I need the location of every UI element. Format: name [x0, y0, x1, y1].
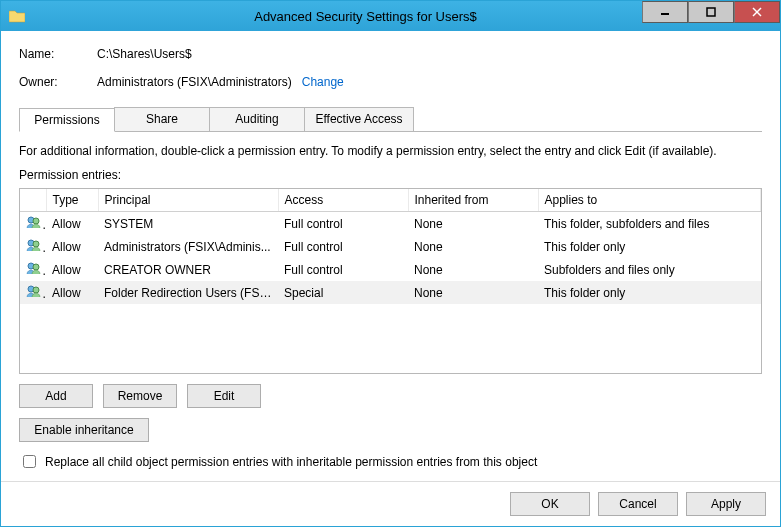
permissions-grid[interactable]: Type Principal Access Inherited from App…	[19, 188, 762, 374]
edit-button[interactable]: Edit	[187, 384, 261, 408]
table-row[interactable]: AllowAdministrators (FSIX\Adminis...Full…	[20, 235, 761, 258]
svg-point-11	[33, 287, 39, 293]
tab-permissions[interactable]: Permissions	[19, 108, 115, 132]
dialog-footer: OK Cancel Apply	[1, 481, 780, 526]
cell-principal: CREATOR OWNER	[98, 258, 278, 281]
col-applies[interactable]: Applies to	[538, 189, 761, 212]
window: Advanced Security Settings for Users$ Na…	[0, 0, 781, 527]
col-access[interactable]: Access	[278, 189, 408, 212]
cancel-button[interactable]: Cancel	[598, 492, 678, 516]
tab-share[interactable]: Share	[114, 107, 210, 131]
permissions-panel: For additional information, double-click…	[19, 132, 762, 471]
cell-principal: Folder Redirection Users (FSIX...	[98, 281, 278, 304]
svg-point-7	[33, 241, 39, 247]
table-row[interactable]: AllowFolder Redirection Users (FSIX...Sp…	[20, 281, 761, 304]
cell-access: Full control	[278, 258, 408, 281]
name-row: Name: C:\Shares\Users$	[19, 47, 762, 61]
tab-effective-access[interactable]: Effective Access	[304, 107, 414, 131]
users-icon	[20, 235, 46, 258]
inherit-row: Enable inheritance	[19, 418, 762, 442]
cell-inherited: None	[408, 258, 538, 281]
cell-applies: This folder only	[538, 235, 761, 258]
owner-label: Owner:	[19, 75, 97, 89]
cell-access: Full control	[278, 235, 408, 258]
users-icon	[20, 281, 46, 304]
col-inherited[interactable]: Inherited from	[408, 189, 538, 212]
content-area: Name: C:\Shares\Users$ Owner: Administra…	[1, 31, 780, 481]
table-row[interactable]: AllowCREATOR OWNERFull controlNoneSubfol…	[20, 258, 761, 281]
table-row[interactable]: AllowSYSTEMFull controlNoneThis folder, …	[20, 212, 761, 236]
close-button[interactable]	[734, 1, 780, 23]
titlebar: Advanced Security Settings for Users$	[1, 1, 780, 31]
cell-principal: SYSTEM	[98, 212, 278, 236]
cell-type: Allow	[46, 258, 98, 281]
col-principal[interactable]: Principal	[98, 189, 278, 212]
entries-label: Permission entries:	[19, 168, 762, 182]
cell-type: Allow	[46, 281, 98, 304]
change-owner-link[interactable]: Change	[302, 75, 344, 89]
cell-inherited: None	[408, 235, 538, 258]
svg-rect-1	[707, 8, 715, 16]
svg-point-9	[33, 264, 39, 270]
tab-auditing[interactable]: Auditing	[209, 107, 305, 131]
add-button[interactable]: Add	[19, 384, 93, 408]
cell-principal: Administrators (FSIX\Adminis...	[98, 235, 278, 258]
replace-row: Replace all child object permission entr…	[19, 452, 762, 471]
cell-type: Allow	[46, 212, 98, 236]
cell-applies: Subfolders and files only	[538, 258, 761, 281]
col-icon[interactable]	[20, 189, 46, 212]
help-text: For additional information, double-click…	[19, 144, 762, 158]
cell-access: Special	[278, 281, 408, 304]
name-label: Name:	[19, 47, 97, 61]
tab-strip: Permissions Share Auditing Effective Acc…	[19, 107, 762, 132]
remove-button[interactable]: Remove	[103, 384, 177, 408]
grid-buttons: Add Remove Edit	[19, 384, 762, 408]
name-value: C:\Shares\Users$	[97, 47, 192, 61]
col-type[interactable]: Type	[46, 189, 98, 212]
cell-access: Full control	[278, 212, 408, 236]
replace-checkbox[interactable]	[23, 455, 36, 468]
maximize-button[interactable]	[688, 1, 734, 23]
minimize-button[interactable]	[642, 1, 688, 23]
replace-label: Replace all child object permission entr…	[45, 455, 537, 469]
users-icon	[20, 258, 46, 281]
window-controls	[642, 1, 780, 23]
owner-row: Owner: Administrators (FSIX\Administrato…	[19, 75, 762, 89]
ok-button[interactable]: OK	[510, 492, 590, 516]
users-icon	[20, 212, 46, 236]
cell-applies: This folder only	[538, 281, 761, 304]
cell-inherited: None	[408, 212, 538, 236]
svg-point-5	[33, 218, 39, 224]
enable-inheritance-button[interactable]: Enable inheritance	[19, 418, 149, 442]
cell-type: Allow	[46, 235, 98, 258]
cell-applies: This folder, subfolders and files	[538, 212, 761, 236]
owner-value: Administrators (FSIX\Administrators)	[97, 75, 292, 89]
apply-button[interactable]: Apply	[686, 492, 766, 516]
cell-inherited: None	[408, 281, 538, 304]
